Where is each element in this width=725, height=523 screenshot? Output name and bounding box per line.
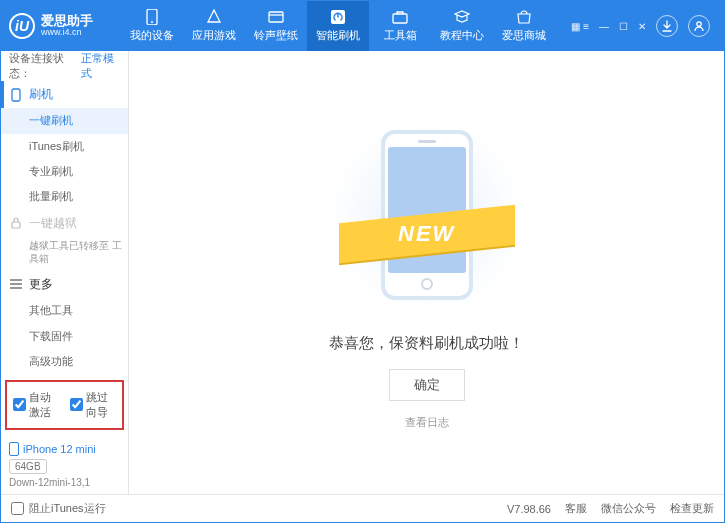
svg-rect-4: [393, 14, 407, 23]
sidebar-item-batch-flash[interactable]: 批量刷机: [1, 184, 128, 209]
titlebar: iU 爱思助手 www.i4.cn 我的设备 应用游戏 铃声壁纸 智能刷机: [1, 1, 724, 51]
sidebar-item-download-firmware[interactable]: 下载固件: [1, 323, 128, 348]
nav-label: 我的设备: [130, 28, 174, 43]
device-details: Down-12mini-13,1: [9, 477, 120, 488]
device-name: iPhone 12 mini: [9, 442, 120, 456]
success-illustration: NEW: [357, 116, 497, 316]
ringtone-icon: [268, 9, 284, 25]
view-log-link[interactable]: 查看日志: [405, 415, 449, 430]
checkbox-label: 自动激活: [29, 390, 60, 420]
sidebar-item-advanced[interactable]: 高级功能: [1, 349, 128, 374]
svg-rect-7: [12, 222, 20, 228]
more-icon: [9, 277, 23, 291]
svg-rect-2: [269, 12, 283, 22]
sidebar: 设备连接状态： 正常模式 刷机 一键刷机 iTunes刷机 专业刷机 批量刷机 …: [1, 51, 129, 494]
toolbox-icon: [392, 9, 408, 25]
section-flash[interactable]: 刷机: [1, 81, 128, 108]
apps-icon: [206, 9, 222, 25]
user-button[interactable]: [688, 15, 710, 37]
sidebar-item-oneclick-flash[interactable]: 一键刷机: [1, 108, 128, 133]
main-panel: NEW 恭喜您，保资料刷机成功啦！ 确定 查看日志: [129, 51, 724, 494]
options-highlight-box: 自动激活 跳过向导: [5, 380, 124, 430]
nav-ringtones[interactable]: 铃声壁纸: [245, 1, 307, 51]
section-title: 刷机: [29, 86, 53, 103]
svg-point-1: [151, 21, 153, 23]
phone-small-icon: [9, 88, 23, 102]
nav-my-device[interactable]: 我的设备: [121, 1, 183, 51]
body: 设备连接状态： 正常模式 刷机 一键刷机 iTunes刷机 专业刷机 批量刷机 …: [1, 51, 724, 494]
nav-label: 工具箱: [384, 28, 417, 43]
flash-icon: [330, 9, 346, 25]
svg-rect-6: [12, 89, 20, 101]
ok-button[interactable]: 确定: [389, 369, 465, 401]
nav-label: 教程中心: [440, 28, 484, 43]
sidebar-item-itunes-flash[interactable]: iTunes刷机: [1, 134, 128, 159]
section-title: 更多: [29, 276, 53, 293]
section-jailbreak: 一键越狱: [1, 210, 128, 237]
nav-toolbox[interactable]: 工具箱: [369, 1, 431, 51]
close-button[interactable]: ✕: [638, 21, 646, 32]
success-message: 恭喜您，保资料刷机成功啦！: [329, 334, 524, 353]
section-title: 一键越狱: [29, 215, 77, 232]
auto-activate-checkbox[interactable]: 自动激活: [13, 390, 60, 420]
nav-tutorials[interactable]: 教程中心: [431, 1, 493, 51]
brand-url: www.i4.cn: [41, 28, 93, 38]
status-value: 正常模式: [81, 51, 120, 81]
device-info-box[interactable]: iPhone 12 mini 64GB Down-12mini-13,1: [1, 436, 128, 494]
nav-label: 爱思商城: [502, 28, 546, 43]
menu-icon[interactable]: ▦ ≡: [571, 21, 589, 32]
logo-icon: iU: [9, 13, 35, 39]
svg-point-5: [697, 22, 701, 26]
check-update-link[interactable]: 检查更新: [670, 501, 714, 516]
store-icon: [516, 9, 532, 25]
sidebar-item-pro-flash[interactable]: 专业刷机: [1, 159, 128, 184]
nav-label: 应用游戏: [192, 28, 236, 43]
version-label: V7.98.66: [507, 503, 551, 515]
nav-flash[interactable]: 智能刷机: [307, 1, 369, 51]
lock-icon: [9, 216, 23, 230]
minimize-button[interactable]: —: [599, 21, 609, 32]
tutorial-icon: [454, 9, 470, 25]
sidebar-item-other-tools[interactable]: 其他工具: [1, 298, 128, 323]
nav-store[interactable]: 爱思商城: [493, 1, 555, 51]
download-button[interactable]: [656, 15, 678, 37]
checkbox-label: 阻止iTunes运行: [29, 501, 106, 516]
device-storage: 64GB: [9, 459, 47, 474]
app-window: iU 爱思助手 www.i4.cn 我的设备 应用游戏 铃声壁纸 智能刷机: [0, 0, 725, 523]
device-status: 设备连接状态： 正常模式: [1, 51, 128, 81]
nav-label: 智能刷机: [316, 28, 360, 43]
phone-icon: [144, 9, 160, 25]
brand-name: 爱思助手: [41, 14, 93, 28]
maximize-button[interactable]: ☐: [619, 21, 628, 32]
top-nav: 我的设备 应用游戏 铃声壁纸 智能刷机 工具箱 教程中心: [121, 1, 571, 51]
skip-guide-checkbox[interactable]: 跳过向导: [70, 390, 117, 420]
brand-logo: iU 爱思助手 www.i4.cn: [9, 13, 121, 39]
block-itunes-checkbox[interactable]: 阻止iTunes运行: [11, 501, 106, 516]
checkbox-label: 跳过向导: [86, 390, 117, 420]
nav-label: 铃声壁纸: [254, 28, 298, 43]
window-controls: ▦ ≡ — ☐ ✕: [571, 15, 716, 37]
footer: 阻止iTunes运行 V7.98.66 客服 微信公众号 检查更新: [1, 494, 724, 522]
section-more[interactable]: 更多: [1, 271, 128, 298]
wechat-link[interactable]: 微信公众号: [601, 501, 656, 516]
jailbreak-note: 越狱工具已转移至 工具箱: [1, 237, 128, 271]
status-label: 设备连接状态：: [9, 51, 77, 81]
customer-service-link[interactable]: 客服: [565, 501, 587, 516]
nav-apps[interactable]: 应用游戏: [183, 1, 245, 51]
